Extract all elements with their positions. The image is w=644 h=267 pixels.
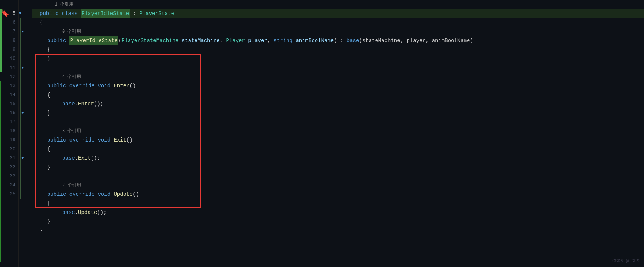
code-line-24: } [32, 217, 644, 226]
comma-7a: , [220, 36, 226, 45]
code-line-13: base . Enter (); [32, 99, 644, 108]
fold-row-6 [19, 18, 28, 27]
fold-row-23 [19, 172, 28, 181]
colon-5: : [130, 9, 139, 18]
line-num-11: 11 [8, 63, 15, 72]
keyword-base-7: base [347, 36, 359, 45]
comma-7b: , [267, 36, 274, 45]
fold-row-12 [19, 72, 28, 81]
keyword-void-21: void [98, 190, 113, 199]
fold-row-5[interactable]: ▼ [19, 9, 28, 18]
code-line-5: public class PlayerIdleState : PlayerSta… [32, 9, 644, 18]
code-line-20 [32, 172, 644, 181]
paren-open-7: ( [118, 36, 121, 45]
code-line-14: } [32, 108, 644, 117]
base-class-name: PlayerState [139, 9, 174, 18]
code-line-22: { [32, 199, 644, 208]
method-exit: Exit [113, 136, 126, 145]
line-num-8: 8 [8, 36, 15, 45]
fold-row-16[interactable]: ▼ [19, 108, 28, 117]
line-num-19: 19 [8, 136, 15, 145]
brace-open-8: { [47, 45, 50, 54]
keyword-void-11: void [98, 81, 113, 90]
line-num-20: 20 [8, 145, 15, 154]
code-line-10 [32, 63, 644, 72]
fold-row-20 [19, 145, 28, 154]
code-line-6: { [32, 18, 644, 27]
param-name-2: player [245, 36, 267, 45]
class-name-idle: PlayerIdleState [81, 9, 130, 18]
ref-count-7: 0 个引用 [62, 27, 81, 36]
param-name-1: stateMachine [178, 36, 219, 45]
line-num-6: 6 [8, 18, 15, 27]
keyword-public-7: public [47, 36, 69, 45]
method-enter: Enter [113, 81, 129, 90]
keyword-public-5: public [40, 9, 62, 18]
method-exit-call: Exit [78, 154, 91, 163]
brace-open-22: { [47, 199, 50, 208]
code-line-18: base . Exit (); [32, 154, 644, 163]
fold-row-10 [19, 54, 28, 63]
fold-row-22 [19, 163, 28, 172]
dot-18: . [75, 154, 78, 163]
line-num-5: 5 [8, 9, 15, 18]
code-line-17: { [32, 145, 644, 154]
code-line-ref-16: 3 个引用 [32, 127, 644, 136]
paren-close-7: ) : [334, 36, 347, 45]
code-line-23: base . Update (); [32, 208, 644, 217]
line-num-9: 9 [8, 45, 15, 54]
keyword-public-21: public [47, 190, 69, 199]
code-content: 1 个引用 public class PlayerIdleState : Pla… [28, 0, 644, 267]
fold-row-7[interactable]: ▼ [19, 27, 28, 36]
fold-row-21[interactable]: ▼ [19, 154, 28, 163]
fold-row-17 [19, 117, 28, 127]
green-indicator [0, 9, 2, 72]
parens-13: (); [94, 99, 103, 108]
line-num-15: 15 [8, 99, 15, 108]
code-line-16: public override void Exit () [32, 136, 644, 145]
dot-23: . [75, 208, 78, 217]
code-line-8: { [32, 45, 644, 54]
keyword-class-5: class [62, 9, 81, 18]
line-num-21: 21 [8, 154, 15, 163]
line-num-12: 12 [8, 72, 15, 81]
fold-row-24 [19, 181, 28, 190]
brace-open-12: { [47, 90, 50, 99]
code-line-12: { [32, 90, 644, 99]
brace-open-6: { [40, 18, 43, 27]
keyword-override-16: override [69, 136, 98, 145]
fold-row-8 [19, 36, 28, 45]
code-line-ref-7: 0 个引用 [32, 27, 644, 36]
line-num-22: 22 [8, 163, 15, 172]
code-line-9: } [32, 54, 644, 63]
code-line-7: public PlayerIdleState ( PlayerStateMach… [32, 36, 644, 45]
fold-row-13 [19, 81, 28, 90]
code-line-19: } [32, 163, 644, 172]
parens-11: () [129, 81, 136, 90]
bookmark-icon: 🔖 [1, 9, 9, 17]
line-num-25: 25 [8, 190, 15, 199]
code-line-ref-5: 1 个引用 [32, 0, 644, 9]
fold-row-18 [19, 127, 28, 136]
line-num-17: 17 [8, 117, 15, 127]
constructor-name: PlayerIdleState [69, 36, 118, 45]
keyword-override-11: override [69, 81, 98, 90]
line-gutter: 🔖 5 6 7 8 9 10 11 12 13 14 15 16 17 18 1… [0, 0, 19, 267]
parens-23: (); [97, 208, 106, 217]
fold-row-11[interactable]: ▼ [19, 63, 28, 72]
ref-count-5: 1 个引用 [55, 0, 74, 9]
keyword-public-11: public [47, 81, 69, 90]
keyword-string-7: string [274, 36, 293, 45]
line-num-23: 23 [8, 172, 15, 181]
keyword-base-23: base [62, 208, 75, 217]
keyword-base-13: base [62, 99, 75, 108]
ref-count-11: 4 个引用 [62, 72, 81, 81]
code-editor: 🔖 5 6 7 8 9 10 11 12 13 14 15 16 17 18 1… [0, 0, 644, 267]
line-num-18: 18 [8, 127, 15, 136]
watermark: CSDN @IGP9 [612, 259, 639, 264]
keyword-void-16: void [98, 136, 113, 145]
ref-count-16: 3 个引用 [62, 127, 81, 136]
ref-row-blank [19, 0, 28, 9]
fold-row-25 [19, 190, 28, 199]
keyword-public-16: public [47, 136, 69, 145]
